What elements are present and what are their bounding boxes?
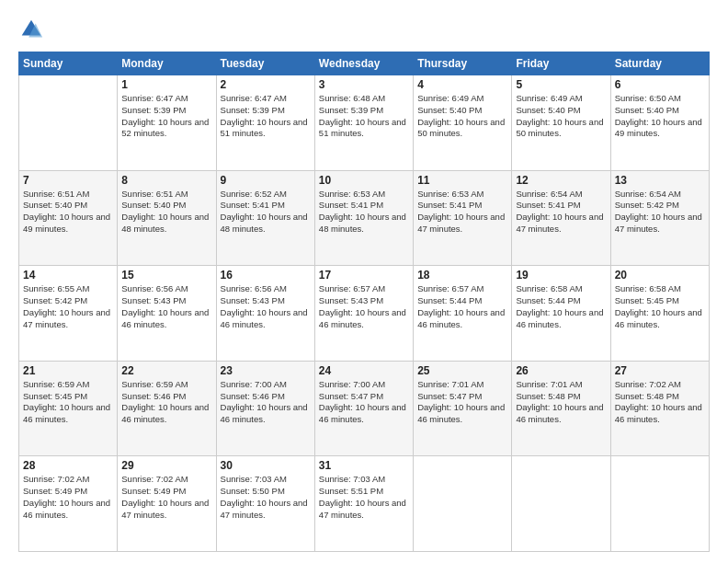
calendar-cell: 15Sunrise: 6:56 AMSunset: 5:43 PMDayligh… — [118, 266, 216, 362]
calendar-cell: 2Sunrise: 6:47 AMSunset: 5:39 PMDaylight… — [216, 75, 314, 171]
cell-info: Sunrise: 7:03 AMSunset: 5:51 PMDaylight:… — [319, 474, 406, 519]
day-number: 27 — [615, 364, 705, 377]
calendar-week-row: 1Sunrise: 6:47 AMSunset: 5:39 PMDaylight… — [19, 75, 710, 171]
day-number: 17 — [319, 269, 409, 282]
cell-info: Sunrise: 6:56 AMSunset: 5:43 PMDaylight:… — [221, 283, 308, 328]
day-number: 7 — [23, 174, 113, 187]
cell-info: Sunrise: 6:59 AMSunset: 5:45 PMDaylight:… — [23, 379, 110, 424]
calendar-cell: 10Sunrise: 6:53 AMSunset: 5:41 PMDayligh… — [314, 170, 413, 266]
day-number: 21 — [23, 364, 113, 377]
day-number: 14 — [23, 269, 113, 282]
cell-info: Sunrise: 6:49 AMSunset: 5:40 PMDaylight:… — [417, 93, 505, 138]
day-number: 20 — [615, 269, 705, 282]
cell-info: Sunrise: 7:02 AMSunset: 5:48 PMDaylight:… — [615, 379, 702, 424]
day-number: 28 — [23, 459, 113, 472]
calendar-week-row: 7Sunrise: 6:51 AMSunset: 5:40 PMDaylight… — [19, 170, 710, 266]
calendar-cell: 14Sunrise: 6:55 AMSunset: 5:42 PMDayligh… — [19, 266, 118, 362]
cell-info: Sunrise: 6:54 AMSunset: 5:41 PMDaylight:… — [516, 189, 603, 234]
calendar-cell: 25Sunrise: 7:01 AMSunset: 5:47 PMDayligh… — [414, 361, 512, 456]
cell-info: Sunrise: 6:54 AMSunset: 5:42 PMDaylight:… — [615, 189, 702, 234]
calendar-cell: 16Sunrise: 6:56 AMSunset: 5:43 PMDayligh… — [216, 266, 314, 362]
calendar-table: SundayMondayTuesdayWednesdayThursdayFrid… — [18, 52, 710, 552]
cell-info: Sunrise: 6:58 AMSunset: 5:44 PMDaylight:… — [516, 283, 603, 328]
cell-info: Sunrise: 6:59 AMSunset: 5:46 PMDaylight:… — [121, 379, 209, 424]
calendar-header-row: SundayMondayTuesdayWednesdayThursdayFrid… — [19, 52, 710, 75]
cell-info: Sunrise: 6:53 AMSunset: 5:41 PMDaylight:… — [319, 189, 406, 234]
calendar-cell — [512, 456, 610, 552]
day-number: 19 — [516, 269, 606, 282]
day-number: 22 — [121, 364, 211, 377]
day-number: 30 — [221, 459, 311, 472]
day-number: 8 — [121, 174, 211, 187]
calendar-day-header: Friday — [512, 52, 610, 75]
cell-info: Sunrise: 6:53 AMSunset: 5:41 PMDaylight:… — [417, 189, 505, 234]
page: SundayMondayTuesdayWednesdayThursdayFrid… — [0, 0, 728, 563]
calendar-cell: 20Sunrise: 6:58 AMSunset: 5:45 PMDayligh… — [610, 266, 709, 362]
calendar-cell: 24Sunrise: 7:00 AMSunset: 5:47 PMDayligh… — [314, 361, 413, 456]
cell-info: Sunrise: 6:47 AMSunset: 5:39 PMDaylight:… — [221, 93, 308, 138]
day-number: 26 — [516, 364, 606, 377]
header — [18, 17, 710, 42]
calendar-week-row: 14Sunrise: 6:55 AMSunset: 5:42 PMDayligh… — [19, 266, 710, 362]
calendar-day-header: Tuesday — [216, 52, 314, 75]
cell-info: Sunrise: 6:57 AMSunset: 5:43 PMDaylight:… — [319, 283, 406, 328]
day-number: 9 — [221, 174, 311, 187]
cell-info: Sunrise: 7:02 AMSunset: 5:49 PMDaylight:… — [23, 474, 110, 519]
calendar-cell — [414, 456, 512, 552]
day-number: 10 — [319, 174, 409, 187]
cell-info: Sunrise: 6:50 AMSunset: 5:40 PMDaylight:… — [615, 93, 702, 138]
day-number: 16 — [221, 269, 311, 282]
day-number: 2 — [221, 78, 311, 91]
calendar-cell: 3Sunrise: 6:48 AMSunset: 5:39 PMDaylight… — [314, 75, 413, 171]
calendar-week-row: 21Sunrise: 6:59 AMSunset: 5:45 PMDayligh… — [19, 361, 710, 456]
cell-info: Sunrise: 6:56 AMSunset: 5:43 PMDaylight:… — [121, 283, 209, 328]
day-number: 13 — [615, 174, 705, 187]
calendar-day-header: Thursday — [414, 52, 512, 75]
cell-info: Sunrise: 6:51 AMSunset: 5:40 PMDaylight:… — [23, 189, 110, 234]
calendar-cell: 21Sunrise: 6:59 AMSunset: 5:45 PMDayligh… — [19, 361, 118, 456]
calendar-day-header: Wednesday — [314, 52, 413, 75]
cell-info: Sunrise: 7:02 AMSunset: 5:49 PMDaylight:… — [121, 474, 209, 519]
calendar-cell: 22Sunrise: 6:59 AMSunset: 5:46 PMDayligh… — [118, 361, 216, 456]
calendar-day-header: Monday — [118, 52, 216, 75]
day-number: 6 — [615, 78, 705, 91]
day-number: 15 — [121, 269, 211, 282]
calendar-week-row: 28Sunrise: 7:02 AMSunset: 5:49 PMDayligh… — [19, 456, 710, 552]
calendar-cell: 31Sunrise: 7:03 AMSunset: 5:51 PMDayligh… — [314, 456, 413, 552]
cell-info: Sunrise: 6:52 AMSunset: 5:41 PMDaylight:… — [221, 189, 308, 234]
day-number: 4 — [417, 78, 507, 91]
cell-info: Sunrise: 7:00 AMSunset: 5:46 PMDaylight:… — [221, 379, 308, 424]
cell-info: Sunrise: 7:03 AMSunset: 5:50 PMDaylight:… — [221, 474, 308, 519]
cell-info: Sunrise: 6:48 AMSunset: 5:39 PMDaylight:… — [319, 93, 406, 138]
day-number: 11 — [417, 174, 507, 187]
cell-info: Sunrise: 6:58 AMSunset: 5:45 PMDaylight:… — [615, 283, 702, 328]
calendar-cell: 13Sunrise: 6:54 AMSunset: 5:42 PMDayligh… — [610, 170, 709, 266]
day-number: 31 — [319, 459, 409, 472]
calendar-cell: 23Sunrise: 7:00 AMSunset: 5:46 PMDayligh… — [216, 361, 314, 456]
calendar-day-header: Sunday — [19, 52, 118, 75]
calendar-cell: 30Sunrise: 7:03 AMSunset: 5:50 PMDayligh… — [216, 456, 314, 552]
cell-info: Sunrise: 7:00 AMSunset: 5:47 PMDaylight:… — [319, 379, 406, 424]
calendar-cell — [610, 456, 709, 552]
calendar-cell: 26Sunrise: 7:01 AMSunset: 5:48 PMDayligh… — [512, 361, 610, 456]
calendar-cell: 5Sunrise: 6:49 AMSunset: 5:40 PMDaylight… — [512, 75, 610, 171]
day-number: 1 — [121, 78, 211, 91]
day-number: 24 — [319, 364, 409, 377]
calendar-cell: 1Sunrise: 6:47 AMSunset: 5:39 PMDaylight… — [118, 75, 216, 171]
calendar-cell: 6Sunrise: 6:50 AMSunset: 5:40 PMDaylight… — [610, 75, 709, 171]
calendar-cell — [19, 75, 118, 171]
calendar-cell: 12Sunrise: 6:54 AMSunset: 5:41 PMDayligh… — [512, 170, 610, 266]
calendar-cell: 4Sunrise: 6:49 AMSunset: 5:40 PMDaylight… — [414, 75, 512, 171]
calendar-cell: 8Sunrise: 6:51 AMSunset: 5:40 PMDaylight… — [118, 170, 216, 266]
day-number: 18 — [417, 269, 507, 282]
cell-info: Sunrise: 6:57 AMSunset: 5:44 PMDaylight:… — [417, 283, 505, 328]
day-number: 12 — [516, 174, 606, 187]
calendar-day-header: Saturday — [610, 52, 709, 75]
cell-info: Sunrise: 7:01 AMSunset: 5:47 PMDaylight:… — [417, 379, 505, 424]
calendar-cell: 11Sunrise: 6:53 AMSunset: 5:41 PMDayligh… — [414, 170, 512, 266]
calendar-cell: 19Sunrise: 6:58 AMSunset: 5:44 PMDayligh… — [512, 266, 610, 362]
calendar-cell: 27Sunrise: 7:02 AMSunset: 5:48 PMDayligh… — [610, 361, 709, 456]
day-number: 5 — [516, 78, 606, 91]
day-number: 29 — [121, 459, 211, 472]
day-number: 25 — [417, 364, 507, 377]
